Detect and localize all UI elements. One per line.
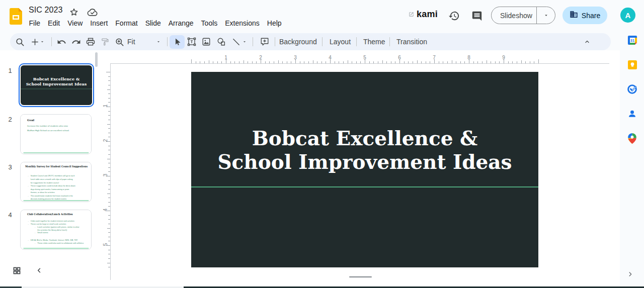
ruler-tick [108, 219, 110, 220]
paint-format-icon[interactable] [98, 35, 112, 49]
search-icon[interactable] [13, 35, 27, 49]
toolbar: Fit [10, 33, 611, 50]
ruler-tick [464, 61, 465, 63]
share-button[interactable]: Share [562, 7, 607, 24]
slide-title-text[interactable]: Bobcat Excellence &School Improvement Id… [191, 127, 538, 174]
insert-image-icon[interactable] [199, 35, 213, 49]
slide-title-line: Bobcat Excellence & [191, 127, 538, 150]
thumb-bullet-line: Increase the number of students who view [21, 124, 92, 128]
slideshow-button[interactable]: Slideshow [491, 7, 555, 24]
zoom-value: Fit [127, 38, 135, 46]
ruler-tick [308, 61, 309, 63]
ruler-tick [108, 198, 110, 198]
menu-view[interactable]: View [64, 19, 87, 28]
transition-button[interactable]: Transition [391, 33, 432, 50]
google-keep-icon[interactable] [627, 59, 637, 70]
menu-format[interactable]: Format [112, 19, 141, 28]
zoom-select[interactable]: Fit [127, 33, 135, 50]
slide-thumbnail-selected[interactable]: Bobcat Excellence &School Improvement Id… [19, 63, 94, 107]
account-avatar[interactable]: A [620, 8, 635, 23]
ruler-tick [108, 167, 110, 168]
collapse-toolbar-icon[interactable] [580, 35, 594, 49]
ruler-number: 8 [464, 55, 474, 60]
ruler-tick [304, 61, 304, 63]
ruler-tick [386, 61, 387, 63]
zoom-in-icon[interactable] [112, 35, 126, 49]
slide-number: 3 [5, 163, 15, 171]
star-icon[interactable] [68, 7, 79, 18]
ruler-tick [107, 159, 110, 159]
chevron-left-icon[interactable] [35, 266, 44, 275]
menu-insert[interactable]: Insert [87, 19, 112, 28]
insert-comment-icon[interactable] [258, 35, 272, 49]
kami-extension-button[interactable]: kami [409, 9, 438, 20]
line-caret-icon[interactable] [239, 35, 250, 49]
redo-icon[interactable] [69, 35, 83, 49]
menu-arrange[interactable]: Arrange [165, 19, 197, 28]
menu-edit[interactable]: Edit [44, 19, 64, 28]
textbox-tool-icon[interactable] [185, 35, 199, 49]
google-calendar-icon[interactable]: 31 [627, 35, 637, 45]
ruler-tick [378, 61, 378, 63]
menu-slide[interactable]: Slide [141, 19, 165, 28]
ruler-number: 2 [256, 55, 266, 60]
toolbar-divider [356, 37, 357, 46]
select-tool-icon[interactable] [170, 35, 184, 49]
cloud-saved-icon[interactable] [87, 7, 99, 18]
theme-button[interactable]: Theme [358, 33, 390, 50]
menu-help[interactable]: Help [263, 19, 285, 28]
thumb-title-line: Bobcat Excellence & [21, 76, 92, 81]
zoom-caret-icon[interactable] [153, 35, 164, 49]
filmstrip: 1 Bobcat Excellence &School Improvement … [0, 50, 101, 286]
menu-file[interactable]: File [25, 19, 44, 28]
slide-thumbnail[interactable]: Goal Increase the number of students who… [20, 114, 92, 154]
ruler-tick [108, 154, 110, 155]
ruler-tick [196, 61, 196, 63]
grid-view-icon[interactable] [13, 266, 21, 275]
document-title[interactable]: SIC 2023 [29, 6, 63, 15]
insert-shape-icon[interactable] [214, 35, 228, 49]
ruler-tick [426, 61, 426, 63]
thumb-slide-body: -Student Council and JROTC members will … [21, 174, 92, 201]
thumb-slide-title: Club Collaboration/Lunch Activities [21, 213, 92, 216]
current-slide[interactable]: Bobcat Excellence &School Improvement Id… [191, 72, 538, 267]
ruler-tick [108, 202, 110, 203]
thumb-bullet-line: Bluffton High School as an excellent sch… [21, 128, 92, 133]
undo-icon[interactable] [54, 35, 68, 49]
bullet-dash: - [28, 194, 28, 198]
ruler-tick [439, 61, 439, 63]
ruler-tick [248, 61, 248, 63]
ruler-tick [244, 60, 244, 63]
ruler-tick [108, 232, 110, 233]
ruler-tick [108, 76, 110, 77]
speaker-notes-drag-handle[interactable] [349, 276, 372, 277]
slide-thumbnail[interactable]: Monthly Survey for Student Council Sugge… [20, 162, 92, 202]
ruler-tick [239, 61, 239, 63]
slide-thumbnail[interactable]: Club Collaboration/Lunch Activities -Clu… [20, 210, 92, 250]
comments-icon[interactable] [470, 10, 484, 22]
google-tasks-icon[interactable] [627, 84, 637, 94]
background-button[interactable]: Background [274, 33, 322, 50]
slideshow-label: Slideshow [492, 12, 536, 20]
ruler-tick [278, 60, 279, 63]
ruler-tick [108, 215, 110, 216]
version-history-icon[interactable] [447, 9, 460, 22]
menu-extensions[interactable]: Extensions [221, 19, 263, 28]
print-icon[interactable] [84, 35, 98, 49]
slide-number: 1 [5, 67, 15, 74]
google-contacts-icon[interactable] [627, 109, 637, 119]
thumb-accent-line [24, 248, 89, 248]
filmstrip-scrollbar[interactable] [95, 52, 98, 67]
chevron-right-icon[interactable] [625, 269, 634, 278]
ruler-number: 1 [103, 101, 108, 111]
menu-tools[interactable]: Tools [197, 19, 221, 28]
ruler-tick [108, 120, 110, 120]
new-slide-caret-icon[interactable] [37, 35, 47, 49]
layout-button[interactable]: Layout [325, 33, 356, 50]
ruler-tick [534, 61, 534, 63]
ruler-number: 3 [290, 55, 300, 60]
thumb-bullet-line: -These clubs could also work to collabor… [21, 242, 92, 245]
chevron-down-icon[interactable] [537, 13, 555, 18]
ruler-tick [269, 61, 270, 63]
google-maps-icon[interactable] [627, 133, 637, 144]
